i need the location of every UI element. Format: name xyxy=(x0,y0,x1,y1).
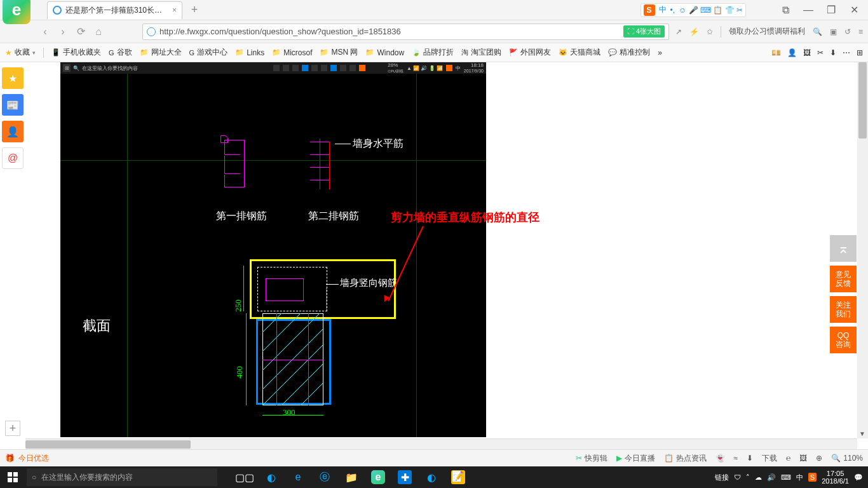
bookmark-item[interactable]: 📁Links xyxy=(235,47,264,58)
bookmark-item[interactable]: 淘淘宝团购 xyxy=(461,47,501,58)
flash-icon[interactable]: ⚡ xyxy=(689,27,699,36)
menu-icon[interactable]: ≡ xyxy=(858,27,863,36)
bookmark-tool-icon[interactable]: ⊞ xyxy=(857,48,863,57)
ime-toolbar[interactable]: S 中 •, ☺ 🎤 ⌨ 📋 👕 ✂ xyxy=(641,3,746,17)
tray-notifications-icon[interactable]: 💬 xyxy=(854,473,863,482)
nav-back-button[interactable]: ‹ xyxy=(39,26,51,37)
window-minimize-button[interactable]: — xyxy=(797,1,820,19)
url-input[interactable]: http://e.fwxgx.com/question/question_sho… xyxy=(142,24,669,40)
bookmark-tool-icon[interactable]: ⋯ xyxy=(843,48,850,57)
ime-icons: ☺ 🎤 ⌨ 📋 👕 ✂ xyxy=(679,6,743,15)
bookmark-item[interactable]: G谷歌 xyxy=(109,47,132,58)
tray-keyboard-icon[interactable]: ⌨ xyxy=(781,473,791,482)
bookmark-tool-icon[interactable]: ✂ xyxy=(817,48,824,57)
bookmark-tool-icon[interactable]: ⬇ xyxy=(830,48,836,57)
browser-statusbar: 🎁今日优选 ✂ 快剪辑▶ 今日直播📋 热点资讯👻≈⬇下载℮🖼⊕ 🔍 110% xyxy=(0,449,868,466)
promo-link[interactable]: 领取办公习惯调研福利 xyxy=(729,26,805,37)
star-icon[interactable]: ✩ xyxy=(707,27,713,36)
bookmark-item[interactable]: 📁Microsof xyxy=(272,47,312,58)
svg-rect-7 xyxy=(8,472,12,477)
status-icon[interactable]: 👻 xyxy=(715,454,725,463)
status-icon[interactable]: ≈ xyxy=(734,454,738,463)
nav-reload-button[interactable]: ⟳ xyxy=(75,26,86,37)
task-app-browser[interactable]: e xyxy=(365,466,391,488)
cad-vert-label: 墙身竖向钢筋 xyxy=(340,277,397,289)
tab-title: 还是那个第一排箍筋310长的那根 xyxy=(65,5,167,16)
bookmark-tool-icon[interactable]: 👤 xyxy=(787,48,797,57)
site-icon xyxy=(147,27,156,36)
window-close-button[interactable]: ✕ xyxy=(843,1,865,19)
bookmark-tool-icon[interactable]: 🖼 xyxy=(803,48,811,57)
bookmarks-more[interactable]: » xyxy=(658,48,662,57)
bookmarks-bar: ★收藏 ▾ 📱手机收藏夹G谷歌📁网址大全G游戏中心📁Links📁Microsof… xyxy=(0,43,868,62)
browser-logo[interactable]: e xyxy=(3,0,31,24)
ime-lang: 中 xyxy=(659,4,667,15)
bookmark-item[interactable]: 🐱天猫商城 xyxy=(559,47,600,58)
tray-shield-icon[interactable]: 🛡 xyxy=(734,473,741,481)
new-tab-button[interactable]: + xyxy=(187,3,201,17)
bookmark-item[interactable]: 🍃品牌打折 xyxy=(412,47,454,58)
bookmark-item[interactable]: 📁Window xyxy=(365,47,404,58)
bookmark-item[interactable]: G游戏中心 xyxy=(189,47,228,58)
bookmark-tool-icon[interactable]: 💴 xyxy=(771,48,781,57)
status-icon[interactable]: ⬇ xyxy=(747,454,753,463)
status-icon[interactable]: 🖼 xyxy=(799,454,807,463)
status-icon[interactable]: ℮ xyxy=(786,454,790,463)
search-icon[interactable]: 🔍 xyxy=(813,27,822,36)
tray-volume-icon[interactable]: 🔊 xyxy=(767,473,776,482)
task-app-c[interactable]: ◐ xyxy=(418,466,445,488)
tray-chevron-up-icon[interactable]: ˄ xyxy=(746,473,750,482)
window-popup-button[interactable]: ⧉ xyxy=(774,1,797,19)
task-view-icon[interactable]: ▢▢ xyxy=(231,466,258,488)
undo-icon[interactable]: ↺ xyxy=(844,27,851,36)
browser-tab[interactable]: 还是那个第一排箍筋310长的那根 × xyxy=(47,1,182,19)
bookmark-item[interactable]: 🚩外国网友 xyxy=(509,47,551,58)
task-app-notes[interactable]: 📝 xyxy=(445,466,471,488)
follow-button[interactable]: 关注 我们 xyxy=(830,296,857,323)
tray-clock[interactable]: 17:052018/6/1 xyxy=(822,470,849,485)
window-maximize-button[interactable]: ❐ xyxy=(820,1,843,19)
rail-at-icon[interactable]: @ xyxy=(2,147,24,169)
svg-line-6 xyxy=(301,383,323,405)
bookmark-item[interactable]: 💬精准控制 xyxy=(608,47,650,58)
svg-rect-10 xyxy=(13,478,18,482)
status-item[interactable]: ▶ 今日直播 xyxy=(616,453,655,464)
vertical-scrollbar[interactable]: ▼ xyxy=(857,62,868,438)
rail-weibo-icon[interactable]: 👤 xyxy=(2,121,24,142)
bookmark-item[interactable]: 📱手机收藏夹 xyxy=(51,47,101,58)
windows-search-input[interactable]: ○在这里输入你要搜索的内容 xyxy=(27,468,217,486)
task-app-edge[interactable]: e xyxy=(285,466,311,488)
scroll-top-button[interactable]: ⌅ xyxy=(830,235,857,262)
tab-close-icon[interactable]: × xyxy=(172,6,177,15)
status-icon[interactable]: ⊕ xyxy=(816,454,822,463)
today-picks[interactable]: 🎁今日优选 xyxy=(5,453,49,464)
task-app-ie[interactable]: ⓔ xyxy=(311,466,338,488)
task-app-plus[interactable]: ✚ xyxy=(391,466,418,488)
status-item[interactable]: 📋 热点资讯 xyxy=(664,453,707,464)
sogou-icon: S xyxy=(644,4,655,16)
tray-cloud-icon[interactable]: ☁ xyxy=(755,473,762,482)
nav-home-button[interactable]: ⌂ xyxy=(93,26,104,37)
qq-support-button[interactable]: QQ 咨询 xyxy=(830,327,857,353)
rail-news-icon[interactable]: 📰 xyxy=(2,94,24,116)
feedback-button[interactable]: 意见 反馈 xyxy=(830,266,857,292)
zoom-level[interactable]: 🔍 110% xyxy=(831,454,863,463)
status-item[interactable]: ✂ 快剪辑 xyxy=(576,453,607,464)
add-panel-button[interactable]: + xyxy=(5,421,20,436)
status-icon[interactable]: 下载 xyxy=(762,453,777,464)
tray-ime-icon[interactable]: 中 xyxy=(796,473,803,482)
sidebar-toggle-icon[interactable]: ▣ xyxy=(830,27,837,36)
start-button[interactable] xyxy=(0,466,25,488)
share-icon[interactable]: ↗ xyxy=(675,27,682,36)
task-app-explorer[interactable]: 📁 xyxy=(338,466,365,488)
bookmark-item[interactable]: 📁MSN 网 xyxy=(320,47,358,58)
rail-favorites-icon[interactable]: ★ xyxy=(2,67,24,89)
images-badge[interactable]: ⛶ 4张大图 xyxy=(623,25,665,37)
nav-forward-button[interactable]: › xyxy=(57,26,69,37)
task-app-360[interactable]: ◐ xyxy=(258,466,285,488)
tray-sogou-icon[interactable]: S xyxy=(808,473,817,481)
favorites-button[interactable]: ★收藏 ▾ xyxy=(5,47,36,58)
horizontal-scrollbar[interactable] xyxy=(25,438,857,449)
annotation-text: 剪力墙的垂直纵筋钢筋的直径 xyxy=(391,210,539,225)
bookmark-item[interactable]: 📁网址大全 xyxy=(140,47,182,58)
